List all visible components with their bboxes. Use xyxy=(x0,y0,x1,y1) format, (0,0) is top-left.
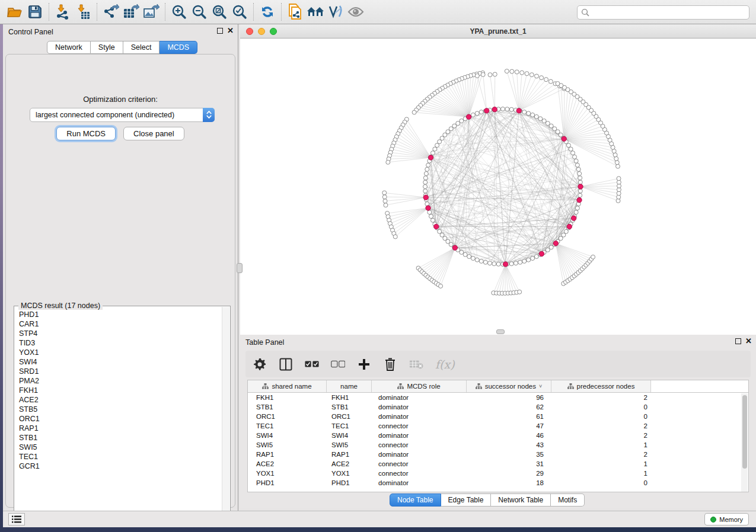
close-panel-button[interactable]: Close panel xyxy=(123,127,184,140)
leaf-node[interactable] xyxy=(556,82,560,86)
mcds-hub-node[interactable] xyxy=(492,107,497,112)
ring-node[interactable] xyxy=(423,176,428,180)
leaf-node[interactable] xyxy=(386,160,390,164)
mcds-result-item[interactable]: TID3 xyxy=(15,338,222,348)
mcds-hub-node[interactable] xyxy=(516,108,521,113)
ring-node[interactable] xyxy=(564,229,568,233)
zoom-out-button[interactable] xyxy=(189,2,209,22)
leaf-node[interactable] xyxy=(382,191,387,195)
leaf-node[interactable] xyxy=(393,235,397,239)
ring-node[interactable] xyxy=(569,147,573,151)
mcds-hub-node[interactable] xyxy=(423,195,428,200)
ring-node[interactable] xyxy=(527,258,531,262)
ring-node[interactable] xyxy=(488,261,492,265)
ring-node[interactable] xyxy=(574,210,578,214)
ring-node[interactable] xyxy=(534,255,538,259)
mcds-hub-node[interactable] xyxy=(562,136,566,141)
tab-network[interactable]: Network xyxy=(47,41,91,54)
mcds-result-item[interactable]: GCR1 xyxy=(15,462,222,471)
ring-node[interactable] xyxy=(578,172,582,176)
table-scrollbar[interactable] xyxy=(741,393,748,492)
ring-node[interactable] xyxy=(571,151,575,155)
select-all-button[interactable] xyxy=(305,357,319,371)
ring-node[interactable] xyxy=(546,121,550,126)
ring-node[interactable] xyxy=(575,206,579,210)
mcds-hub-node[interactable] xyxy=(484,108,489,113)
tab-select[interactable]: Select xyxy=(123,41,160,54)
network-window-titlebar[interactable]: YPA_prune.txt_1 xyxy=(240,24,756,39)
tab-node-table[interactable]: Node Table xyxy=(390,493,441,507)
mcds-result-item[interactable]: RAP1 xyxy=(15,424,222,433)
leaf-node[interactable] xyxy=(529,73,534,77)
leaf-node[interactable] xyxy=(412,110,416,114)
leaf-node[interactable] xyxy=(383,199,387,203)
leaf-node[interactable] xyxy=(591,255,595,259)
table-row[interactable]: ACE2ACE2connector311 xyxy=(248,459,748,469)
ring-node[interactable] xyxy=(435,143,439,148)
optimization-criterion-select[interactable]: largest connected component (undirected) xyxy=(30,108,215,122)
leaf-node[interactable] xyxy=(481,72,485,76)
leaf-node[interactable] xyxy=(515,70,519,74)
refresh-button[interactable] xyxy=(257,2,277,22)
ring-node[interactable] xyxy=(429,214,433,219)
leaf-node[interactable] xyxy=(384,203,388,207)
ring-node[interactable] xyxy=(475,258,479,262)
leaf-node[interactable] xyxy=(439,284,443,288)
ring-node[interactable] xyxy=(578,189,582,193)
mcds-result-item[interactable]: STB1 xyxy=(15,433,222,443)
ring-node[interactable] xyxy=(423,185,428,189)
ring-node[interactable] xyxy=(518,260,522,264)
ring-node[interactable] xyxy=(573,155,577,159)
leaf-node[interactable] xyxy=(617,177,621,181)
column-header-shared-name[interactable]: shared name xyxy=(248,380,327,392)
leaf-node[interactable] xyxy=(615,161,619,165)
tab-mcds[interactable]: MCDS xyxy=(160,41,197,54)
ring-node[interactable] xyxy=(531,257,535,261)
vertical-splitter-grip[interactable] xyxy=(237,263,243,273)
tab-network-table[interactable]: Network Table xyxy=(491,493,551,507)
tab-style[interactable]: Style xyxy=(91,41,123,54)
table-row[interactable]: PHD1PHD1dominator180 xyxy=(248,478,748,488)
run-mcds-button[interactable]: Run MCDS xyxy=(56,127,116,140)
ring-node[interactable] xyxy=(467,255,471,259)
leaf-node[interactable] xyxy=(488,73,492,77)
float-panel-icon[interactable] xyxy=(735,338,741,344)
mcds-result-item[interactable]: TEC1 xyxy=(15,452,222,462)
mcds-hub-node[interactable] xyxy=(578,184,583,189)
mcds-list-scrollbar[interactable] xyxy=(222,307,229,524)
column-header-name[interactable]: name xyxy=(327,380,372,392)
zoom-fit-button[interactable] xyxy=(209,2,229,22)
leaf-node[interactable] xyxy=(505,69,509,73)
table-scrollbar-thumb[interactable] xyxy=(742,395,747,469)
leaf-node[interactable] xyxy=(510,69,514,73)
import-network-button[interactable] xyxy=(53,2,73,22)
zoom-in-button[interactable] xyxy=(169,2,189,22)
ring-node[interactable] xyxy=(534,114,538,118)
mcds-hub-node[interactable] xyxy=(553,241,558,246)
birds-eye-button[interactable] xyxy=(346,2,366,22)
sort-descending-icon[interactable]: ˅ xyxy=(539,383,542,389)
ring-node[interactable] xyxy=(505,107,509,111)
mcds-result-item[interactable]: FKH1 xyxy=(15,386,222,395)
search-field[interactable] xyxy=(577,5,749,20)
mcds-hub-node[interactable] xyxy=(539,251,544,256)
ring-node[interactable] xyxy=(475,111,479,116)
ring-node[interactable] xyxy=(574,159,578,163)
ring-node[interactable] xyxy=(576,167,580,171)
ring-node[interactable] xyxy=(566,143,570,148)
ring-node[interactable] xyxy=(433,147,437,151)
float-panel-icon[interactable] xyxy=(217,28,223,34)
ring-node[interactable] xyxy=(471,113,475,117)
tab-motifs[interactable]: Motifs xyxy=(551,493,585,507)
column-header-successor-nodes[interactable]: successor nodes˅ xyxy=(467,380,551,392)
mcds-result-item[interactable]: ORC1 xyxy=(15,414,222,424)
mcds-result-item[interactable]: SWI4 xyxy=(15,357,222,367)
mcds-hub-node[interactable] xyxy=(503,262,508,267)
mcds-hub-node[interactable] xyxy=(466,114,471,119)
search-input[interactable] xyxy=(589,8,749,17)
tab-edge-table[interactable]: Edge Table xyxy=(441,493,492,507)
mcds-result-item[interactable]: YOX1 xyxy=(15,348,222,357)
mcds-result-item[interactable]: SRD1 xyxy=(15,367,222,376)
leaf-node[interactable] xyxy=(520,70,524,75)
export-table-button[interactable] xyxy=(121,2,141,22)
